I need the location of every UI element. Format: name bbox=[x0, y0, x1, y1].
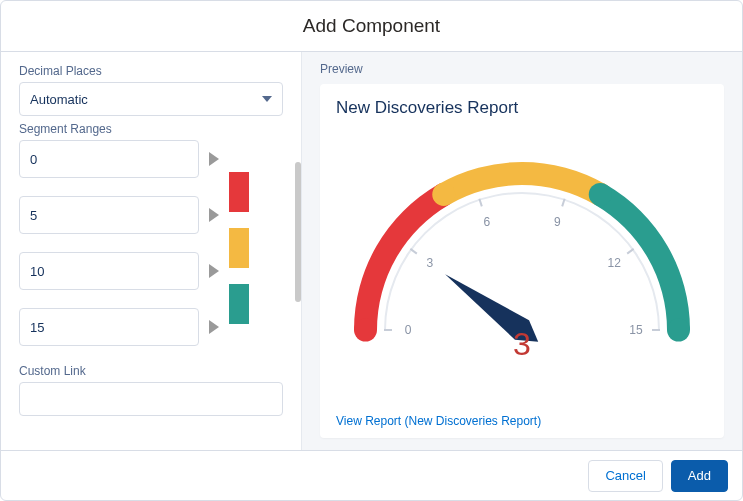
play-icon[interactable] bbox=[209, 152, 219, 166]
decimal-places-value: Automatic bbox=[30, 92, 88, 107]
svg-text:3: 3 bbox=[426, 256, 433, 270]
segment-input-0[interactable] bbox=[19, 140, 199, 178]
decimal-places-label: Decimal Places bbox=[19, 64, 283, 78]
report-title: New Discoveries Report bbox=[336, 98, 708, 118]
play-icon[interactable] bbox=[209, 320, 219, 334]
preview-card: New Discoveries Report 03691215 3 View R… bbox=[320, 84, 724, 438]
svg-text:0: 0 bbox=[405, 323, 412, 337]
cancel-button[interactable]: Cancel bbox=[588, 460, 662, 492]
modal-title: Add Component bbox=[1, 1, 742, 51]
form-panel: Decimal Places Automatic Segment Ranges bbox=[1, 52, 301, 450]
segment-ranges-label: Segment Ranges bbox=[19, 122, 283, 136]
modal-footer: Cancel Add bbox=[1, 450, 742, 500]
svg-point-4 bbox=[589, 183, 612, 206]
segment-input-2[interactable] bbox=[19, 252, 199, 290]
svg-line-14 bbox=[627, 249, 633, 254]
segment-color-swatches bbox=[229, 172, 249, 340]
add-button[interactable]: Add bbox=[671, 460, 728, 492]
segment-color-1[interactable] bbox=[229, 228, 249, 268]
svg-text:6: 6 bbox=[483, 215, 490, 229]
segment-color-0[interactable] bbox=[229, 172, 249, 212]
custom-link-input[interactable] bbox=[19, 382, 283, 416]
svg-text:12: 12 bbox=[608, 256, 622, 270]
svg-point-2 bbox=[432, 183, 455, 206]
preview-panel: Preview New Discoveries Report 03691215 … bbox=[301, 52, 742, 450]
play-icon[interactable] bbox=[209, 264, 219, 278]
custom-link-label: Custom Link bbox=[19, 364, 283, 378]
segment-color-2[interactable] bbox=[229, 284, 249, 324]
svg-text:9: 9 bbox=[554, 215, 561, 229]
view-report-link[interactable]: View Report (New Discoveries Report) bbox=[336, 414, 708, 428]
svg-text:15: 15 bbox=[629, 323, 643, 337]
gauge-svg: 03691215 3 bbox=[342, 155, 702, 375]
svg-line-8 bbox=[410, 249, 416, 254]
chevron-down-icon bbox=[262, 96, 272, 102]
svg-point-0 bbox=[354, 319, 377, 342]
add-component-modal: Add Component Decimal Places Automatic S… bbox=[0, 0, 743, 501]
preview-label: Preview bbox=[320, 62, 724, 76]
play-icon[interactable] bbox=[209, 208, 219, 222]
segment-input-1[interactable] bbox=[19, 196, 199, 234]
svg-point-5 bbox=[667, 319, 690, 342]
gauge-chart: 03691215 3 bbox=[336, 122, 708, 408]
segment-input-3[interactable] bbox=[19, 308, 199, 346]
modal-body: Decimal Places Automatic Segment Ranges bbox=[1, 52, 742, 450]
scrollbar[interactable] bbox=[295, 162, 301, 302]
svg-text:3: 3 bbox=[513, 326, 531, 362]
decimal-places-select[interactable]: Automatic bbox=[19, 82, 283, 116]
